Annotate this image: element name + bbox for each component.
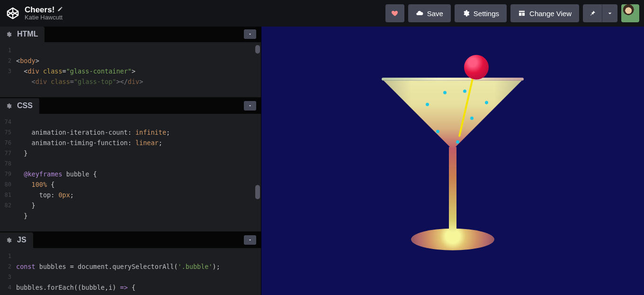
gear-icon: [462, 9, 470, 17]
js-panel-header: JS: [0, 232, 261, 248]
bubble: [470, 117, 474, 120]
glass-stem: [449, 147, 456, 233]
css-scrollbar[interactable]: [255, 185, 260, 199]
change-view-button[interactable]: Change View: [510, 4, 579, 22]
html-panel-header: HTML: [0, 27, 261, 42]
js-editor[interactable]: 1234567 const bubbles = document.querySe…: [0, 248, 261, 295]
save-button[interactable]: Save: [408, 4, 451, 22]
codepen-logo[interactable]: [5, 5, 21, 21]
glass-rim: [382, 78, 524, 81]
pen-title[interactable]: Cheers!: [25, 5, 54, 15]
pin-dropdown-button[interactable]: [602, 4, 617, 22]
layout-icon: [518, 9, 526, 17]
html-settings-icon[interactable]: [4, 29, 13, 39]
js-label: JS: [17, 236, 27, 244]
html-dropdown-button[interactable]: [244, 29, 256, 39]
css-gutter: 747576777879808182: [0, 114, 14, 231]
cloud-icon: [416, 9, 423, 17]
html-label: HTML: [17, 30, 38, 38]
like-button[interactable]: [385, 4, 404, 22]
html-tab[interactable]: HTML: [0, 27, 45, 42]
pen-author[interactable]: Katie Hawcutt: [25, 14, 63, 21]
bubble: [426, 103, 429, 106]
js-settings-icon[interactable]: [4, 235, 13, 245]
top-bar: Cheers! Katie Hawcutt Save Settings Chan…: [0, 0, 644, 27]
chevron-down-icon: [606, 9, 614, 17]
js-gutter: 1234567: [0, 248, 14, 295]
preview-pane: [261, 27, 644, 295]
bubble: [456, 140, 459, 144]
css-panel: CSS 747576777879808182 animation-iterati…: [0, 97, 261, 231]
settings-label: Settings: [474, 9, 499, 18]
css-tab[interactable]: CSS: [0, 98, 39, 114]
glass-bowl: [384, 81, 522, 150]
html-editor[interactable]: 123 <body> <div class="glass-container">…: [0, 42, 261, 97]
avatar[interactable]: [621, 4, 639, 22]
pin-icon: [589, 9, 596, 17]
js-code: const bubbles = document.querySelectorAl…: [16, 248, 261, 295]
settings-button[interactable]: Settings: [455, 4, 507, 22]
css-dropdown-button[interactable]: [244, 101, 256, 111]
html-scrollbar[interactable]: [255, 45, 260, 54]
heart-icon: [391, 9, 399, 17]
css-editor[interactable]: 747576777879808182 animation-iteration-c…: [0, 114, 261, 231]
bubble: [436, 130, 439, 133]
css-label: CSS: [17, 101, 33, 110]
js-tab[interactable]: JS: [0, 232, 33, 248]
css-settings-icon[interactable]: [4, 101, 13, 111]
change-view-label: Change View: [529, 9, 572, 18]
html-code: <body> <div class="glass-container"> <di…: [16, 42, 261, 97]
css-code: animation-iteration-count: infinite; ani…: [16, 114, 261, 231]
css-panel-header: CSS: [0, 98, 261, 114]
editor-column: HTML 123 <body> <div class="glass-contai…: [0, 27, 261, 295]
pin-group: [583, 4, 617, 22]
html-panel: HTML 123 <body> <div class="glass-contai…: [0, 27, 261, 97]
bubble: [485, 101, 488, 104]
title-block: Cheers! Katie Hawcutt: [25, 5, 63, 21]
cocktail-glass: [382, 49, 524, 249]
js-dropdown-button[interactable]: [244, 235, 256, 245]
html-gutter: 123: [0, 42, 14, 97]
cherry: [464, 55, 489, 80]
bubble: [463, 90, 466, 93]
edit-title-icon[interactable]: [57, 6, 63, 14]
bubble: [443, 91, 447, 94]
save-label: Save: [427, 9, 443, 18]
js-panel: JS 1234567 const bubbles = document.quer…: [0, 231, 261, 295]
main: HTML 123 <body> <div class="glass-contai…: [0, 27, 644, 295]
pin-button[interactable]: [583, 4, 602, 22]
